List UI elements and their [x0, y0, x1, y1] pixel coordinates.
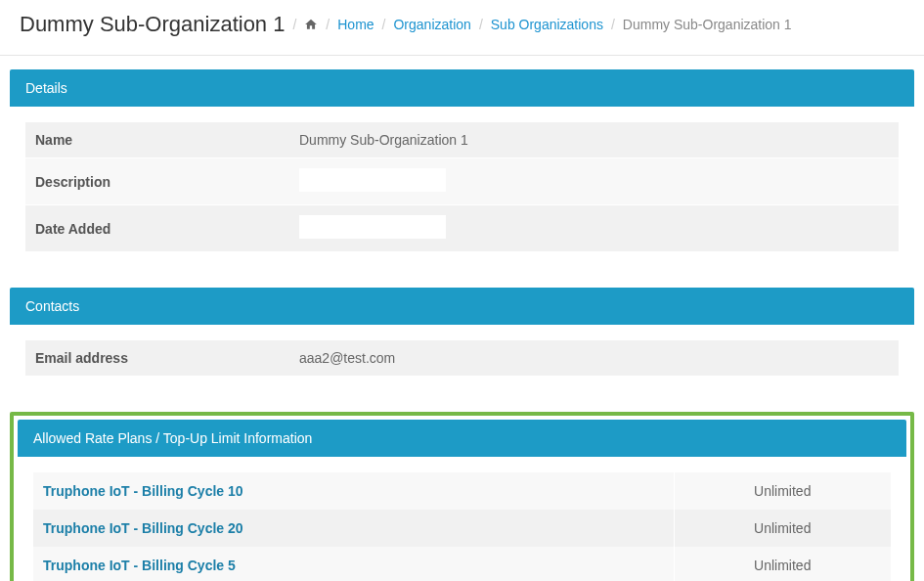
details-row-name: Name Dummy Sub-Organization 1 — [25, 122, 899, 158]
breadcrumb-sep: / — [611, 17, 615, 32]
details-label: Name — [25, 122, 289, 158]
contacts-panel-body: Email address aaa2@test.com — [10, 325, 914, 392]
contacts-value: aaa2@test.com — [289, 340, 899, 377]
details-label: Description — [25, 158, 289, 205]
rate-plan-row: Truphone IoT - Billing Cycle 10 Unlimite… — [33, 472, 891, 510]
breadcrumb-sep: / — [326, 17, 330, 32]
contacts-panel: Contacts Email address aaa2@test.com — [10, 288, 914, 392]
details-value — [289, 205, 899, 252]
breadcrumb-sep: / — [382, 17, 386, 32]
breadcrumb-sep: / — [292, 17, 296, 32]
details-panel: Details Name Dummy Sub-Organization 1 De… — [10, 69, 914, 268]
details-value — [289, 158, 899, 205]
rate-plan-limit: Unlimited — [674, 547, 891, 581]
rate-plan-cell: Truphone IoT - Billing Cycle 20 — [33, 510, 674, 547]
rate-plans-panel-body: Truphone IoT - Billing Cycle 10 Unlimite… — [18, 457, 906, 581]
details-label: Date Added — [25, 205, 289, 252]
contacts-panel-header: Contacts — [10, 288, 914, 325]
rate-plan-cell: Truphone IoT - Billing Cycle 10 — [33, 472, 674, 510]
rate-plans-panel: Allowed Rate Plans / Top-Up Limit Inform… — [18, 420, 906, 581]
breadcrumb: / / Home / Organization / Sub Organizati… — [292, 17, 791, 32]
page-title: Dummy Sub-Organization 1 — [20, 12, 285, 37]
details-row-date-added: Date Added — [25, 205, 899, 252]
details-panel-header: Details — [10, 69, 914, 107]
page-header: Dummy Sub-Organization 1 / / Home / Orga… — [0, 0, 924, 56]
rate-plans-panel-header: Allowed Rate Plans / Top-Up Limit Inform… — [18, 420, 906, 457]
rate-plan-limit: Unlimited — [674, 510, 891, 547]
rate-plan-link[interactable]: Truphone IoT - Billing Cycle 20 — [43, 520, 243, 536]
blank-field — [299, 215, 446, 239]
details-table: Name Dummy Sub-Organization 1 Descriptio… — [25, 122, 899, 252]
rate-plan-row: Truphone IoT - Billing Cycle 5 Unlimited — [33, 547, 891, 581]
rate-plan-cell: Truphone IoT - Billing Cycle 5 — [33, 547, 674, 581]
breadcrumb-current: Dummy Sub-Organization 1 — [623, 17, 792, 32]
content-area: Details Name Dummy Sub-Organization 1 De… — [0, 56, 924, 581]
contacts-label: Email address — [25, 340, 289, 377]
breadcrumb-organization[interactable]: Organization — [393, 17, 470, 32]
breadcrumb-home[interactable]: Home — [337, 17, 374, 32]
breadcrumb-sep: / — [479, 17, 483, 32]
rate-plan-row: Truphone IoT - Billing Cycle 20 Unlimite… — [33, 510, 891, 547]
details-panel-body: Name Dummy Sub-Organization 1 Descriptio… — [10, 107, 914, 268]
rate-plan-link[interactable]: Truphone IoT - Billing Cycle 5 — [43, 558, 236, 573]
blank-field — [299, 168, 446, 192]
breadcrumb-sub-organizations[interactable]: Sub Organizations — [491, 17, 603, 32]
rate-plan-limit: Unlimited — [674, 472, 891, 510]
details-row-description: Description — [25, 158, 899, 205]
rate-plans-highlight: Allowed Rate Plans / Top-Up Limit Inform… — [10, 412, 914, 581]
contacts-table: Email address aaa2@test.com — [25, 340, 899, 377]
home-icon[interactable] — [304, 18, 318, 31]
details-value: Dummy Sub-Organization 1 — [289, 122, 899, 158]
rate-plans-table: Truphone IoT - Billing Cycle 10 Unlimite… — [33, 472, 891, 581]
rate-plan-link[interactable]: Truphone IoT - Billing Cycle 10 — [43, 483, 243, 499]
contacts-row-email: Email address aaa2@test.com — [25, 340, 899, 377]
